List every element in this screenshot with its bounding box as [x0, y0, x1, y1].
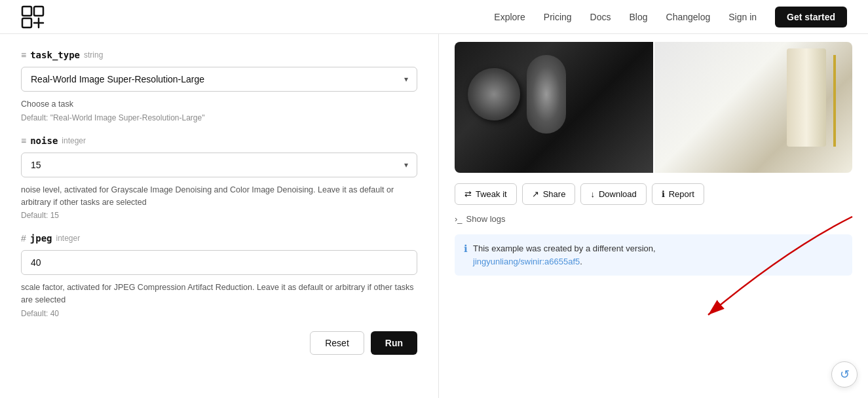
noise-type: integer — [62, 136, 86, 145]
task-type-label: ≡ task_type string — [21, 50, 417, 60]
noise-select[interactable]: 15 25 50 — [21, 153, 417, 177]
task-type-icon: ≡ — [21, 50, 26, 60]
logo-icon — [21, 5, 45, 29]
download-label: Download — [599, 189, 637, 199]
info-message: This example was created by a different … — [473, 244, 656, 253]
image-before — [455, 42, 654, 173]
feedback-icon: ↺ — [840, 367, 850, 382]
tweak-icon: ⇄ — [464, 189, 472, 199]
tweak-it-button[interactable]: ⇄ Tweak it — [455, 183, 517, 205]
report-label: Report — [669, 189, 694, 199]
noise-name: noise — [30, 136, 58, 146]
share-label: Share — [543, 189, 566, 199]
download-icon: ↓ — [590, 189, 595, 199]
jpeg-type: integer — [56, 234, 81, 243]
svg-rect-1 — [34, 7, 43, 16]
image-compare — [455, 42, 852, 173]
nav-links: Explore Pricing Docs Blog Changelog Sign… — [494, 7, 847, 27]
jpeg-icon: # — [21, 233, 26, 244]
info-period: . — [580, 257, 582, 266]
task-type-type: string — [84, 50, 103, 60]
noise-dropdown-wrap: 15 25 50 ▾ — [21, 153, 417, 177]
nav-explore[interactable]: Explore — [494, 12, 525, 22]
noise-label: ≡ noise integer — [21, 136, 417, 146]
show-logs-chevron: ›_ — [455, 214, 462, 224]
task-type-dropdown-wrap: Real-World Image Super-Resolution-Large … — [21, 67, 417, 92]
jpeg-default: Default: 40 — [21, 309, 417, 318]
noise-default: Default: 15 — [21, 211, 417, 220]
report-button[interactable]: ℹ Report — [652, 183, 704, 205]
info-box: ℹ This example was created by a differen… — [455, 234, 852, 276]
run-button[interactable]: Run — [371, 331, 417, 355]
nav-blog[interactable]: Blog — [630, 12, 648, 22]
svg-rect-0 — [22, 7, 31, 16]
share-icon: ↗ — [532, 189, 539, 199]
task-type-select[interactable]: Real-World Image Super-Resolution-Large … — [21, 67, 417, 92]
jpeg-name: jpeg — [30, 233, 52, 244]
noise-desc: noise level, activated for Grayscale Ima… — [21, 184, 417, 209]
show-logs-toggle[interactable]: ›_ Show logs — [455, 214, 852, 224]
actions-row: Reset Run — [21, 331, 417, 355]
right-panel: ⇄ Tweak it ↗ Share ↓ Download ℹ Report ›… — [439, 34, 868, 398]
jpeg-label: # jpeg integer — [21, 233, 417, 244]
download-button[interactable]: ↓ Download — [580, 183, 646, 205]
jpeg-section: # jpeg integer scale factor, activated f… — [21, 233, 417, 318]
info-link[interactable]: jingyunliang/swinir:a6655af5 — [473, 257, 580, 266]
logo[interactable] — [21, 5, 45, 29]
noise-section: ≡ noise integer 15 25 50 ▾ noise level, … — [21, 136, 417, 221]
main-layout: ≡ task_type string Real-World Image Supe… — [0, 34, 868, 398]
task-type-name: task_type — [30, 50, 80, 60]
left-panel: ≡ task_type string Real-World Image Supe… — [0, 34, 439, 398]
show-logs-label: Show logs — [466, 214, 506, 224]
report-icon: ℹ — [662, 189, 665, 199]
task-type-section: ≡ task_type string Real-World Image Supe… — [21, 50, 417, 122]
tweak-label: Tweak it — [476, 189, 507, 199]
share-button[interactable]: ↗ Share — [522, 183, 576, 205]
get-started-button[interactable]: Get started — [775, 7, 847, 27]
nav-signin[interactable]: Sign in — [728, 12, 757, 22]
info-text: This example was created by a different … — [473, 242, 656, 268]
jpeg-input-wrap — [21, 250, 417, 275]
svg-rect-2 — [22, 18, 31, 27]
jpeg-desc: scale factor, activated for JPEG Compres… — [21, 281, 417, 306]
action-buttons-row: ⇄ Tweak it ↗ Share ↓ Download ℹ Report — [455, 183, 852, 205]
image-after — [654, 42, 853, 173]
nav-docs[interactable]: Docs — [590, 12, 611, 22]
noise-icon: ≡ — [21, 136, 26, 146]
info-icon: ℹ — [464, 243, 468, 255]
task-type-default: Default: "Real-World Image Super-Resolut… — [21, 113, 417, 122]
nav-pricing[interactable]: Pricing — [544, 12, 572, 22]
task-type-choose-label: Choose a task — [21, 98, 417, 111]
jpeg-input[interactable] — [21, 250, 417, 275]
feedback-button[interactable]: ↺ — [831, 361, 858, 388]
nav-changelog[interactable]: Changelog — [666, 12, 711, 22]
reset-button[interactable]: Reset — [310, 331, 364, 355]
navbar: Explore Pricing Docs Blog Changelog Sign… — [0, 0, 868, 34]
